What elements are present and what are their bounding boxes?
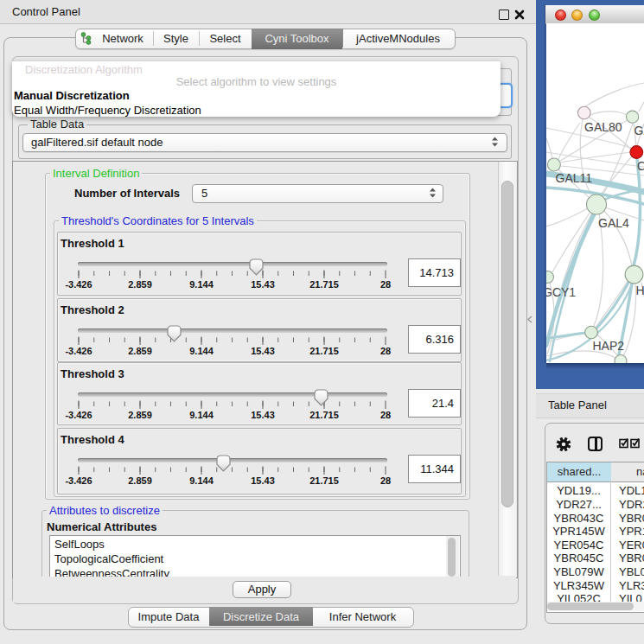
- svg-text:GAL4: GAL4: [598, 216, 629, 230]
- svg-text:GAL11: GAL11: [556, 171, 593, 185]
- svg-text:C: C: [637, 159, 644, 173]
- svg-text:HAP2: HAP2: [593, 339, 625, 353]
- svg-text:GCY1: GCY1: [546, 285, 576, 299]
- svg-text:GAL80: GAL80: [584, 120, 622, 134]
- svg-text:GA: GA: [634, 124, 644, 137]
- svg-text:H: H: [636, 284, 644, 297]
